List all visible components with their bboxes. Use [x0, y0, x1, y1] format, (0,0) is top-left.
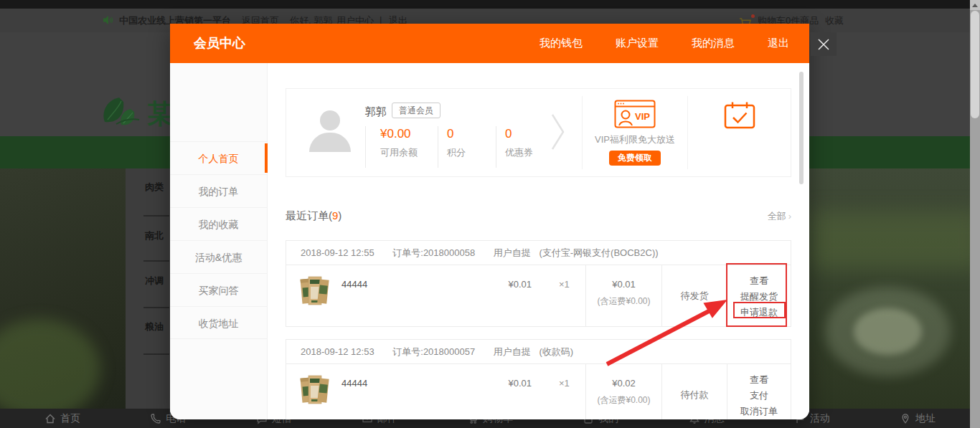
calendar-check-icon[interactable] [724, 101, 755, 130]
checkin-section [688, 89, 791, 176]
view-order-link[interactable]: 查看 [727, 273, 791, 289]
product-name[interactable]: 44444 [341, 279, 367, 290]
free-claim-button[interactable]: 免费领取 [609, 151, 661, 166]
order-total: ¥0.02 [586, 378, 661, 389]
order-status: 待付款 [661, 364, 727, 419]
modal-nav: 我的钱包 账户设置 我的消息 退出 [540, 24, 789, 63]
stat-balance[interactable]: ¥0.00 可用余额 [365, 126, 438, 168]
nav-my-messages[interactable]: 我的消息 [692, 37, 735, 50]
order-number: 订单号:2018000058 [392, 247, 475, 258]
recent-title-text: 最近订单 [286, 209, 329, 222]
recent-orders-header: 最近订单(9) 全部› [286, 209, 791, 223]
order-header: 2018-09-12 12:53 订单号:2018000057 用户自提 (收款… [286, 340, 791, 364]
stat-value: 0 [447, 127, 496, 141]
category-item[interactable]: 肉类 [145, 181, 164, 194]
order-delivery: 用户自提 [494, 346, 531, 357]
cart-badge-dot [751, 14, 755, 18]
sidebar-item-my-favorites[interactable]: 我的收藏 [170, 207, 267, 240]
profile-stats: ¥0.00 可用余额 0 积分 0 优惠券 [365, 126, 564, 168]
vip-section: VIP VIP福利限免大放送 免费领取 [583, 89, 687, 176]
modal-header: 会员中心 我的钱包 账户设置 我的消息 退出 [170, 24, 809, 63]
order-datetime: 2018-09-12 12:55 [301, 247, 374, 258]
page-scrollbar-thumb[interactable] [971, 11, 979, 118]
sidebar-item-buyer-qa[interactable]: 买家问答 [170, 273, 267, 306]
stat-value: ¥0.00 [380, 127, 438, 141]
order-card: 2018-09-12 12:55 订单号:2018000058 用户自提 (支付… [286, 240, 791, 327]
order-datetime: 2018-09-12 12:53 [301, 346, 374, 357]
category-divider [143, 215, 169, 217]
product-name[interactable]: 44444 [341, 378, 367, 389]
request-refund-link[interactable]: 申请退款 [727, 305, 791, 320]
nav-logout[interactable]: 退出 [768, 37, 789, 50]
category-divider [143, 353, 169, 355]
screen: 中国农业线上营销第一平台 返回首页 你好, 郭郭 用户中心 | 退出 购物车0件… [0, 0, 980, 428]
order-card: 2018-09-12 12:53 订单号:2018000057 用户自提 (收款… [286, 339, 791, 419]
phone-icon [150, 413, 161, 424]
tea-plant-blob [0, 319, 100, 419]
close-icon [816, 37, 831, 52]
member-level-badge: 普通会员 [392, 103, 440, 118]
category-item[interactable]: 冲调 [145, 275, 164, 287]
stat-points[interactable]: 0 积分 [438, 126, 496, 168]
footer-item-home[interactable]: 首页 [44, 412, 80, 425]
order-total-cell: ¥0.02 (含运费¥0.00) [585, 364, 661, 419]
avatar [308, 109, 352, 153]
sidebar-item-activities-offers[interactable]: 活动&优惠 [170, 240, 267, 273]
order-header: 2018-09-12 12:55 订单号:2018000058 用户自提 (支付… [286, 241, 791, 265]
quantity: ×1 [559, 378, 570, 389]
recent-orders-title: 最近订单(9) [286, 209, 341, 223]
profile-chevron-right-icon[interactable] [550, 112, 566, 155]
nav-account-settings[interactable]: 账户设置 [616, 37, 659, 50]
view-all-link[interactable]: 全部› [768, 210, 791, 223]
background-image-right [809, 168, 980, 428]
leaf-logo-icon [98, 94, 151, 130]
order-total-cell: ¥0.01 (含运费¥0.00) [585, 265, 661, 326]
category-menu: 肉类 南北 冲调 粮油 [126, 168, 170, 409]
category-divider [143, 260, 169, 262]
category-item[interactable]: 南北 [145, 229, 164, 242]
scroll-up-arrow-icon[interactable] [970, 0, 980, 10]
sidebar-list: 个人首页 我的订单 我的收藏 活动&优惠 买家问答 收货地址 [170, 141, 267, 339]
member-center-modal: 会员中心 我的钱包 账户设置 我的消息 退出 个人首页 我的订单 我的收藏 活动… [170, 24, 809, 419]
footer-item-label: 活动 [810, 412, 830, 425]
speaker-icon [103, 15, 113, 25]
home-icon [44, 413, 56, 424]
teapot-highlight [854, 308, 922, 355]
modal-sidebar: 个人首页 我的订单 我的收藏 活动&优惠 买家问答 收货地址 [170, 63, 268, 419]
tea-leaves-blob [809, 211, 980, 269]
stat-label: 积分 [447, 146, 496, 159]
view-order-link[interactable]: 查看 [727, 372, 791, 388]
quantity: ×1 [559, 279, 570, 290]
category-item[interactable]: 粮油 [145, 320, 164, 333]
order-actions-cell: 查看 支付 取消订单 [727, 364, 791, 419]
order-body: 44444 ¥0.01 ×1 ¥0.01 (含运费¥0.00) 待发货 查看 提… [286, 265, 791, 326]
sidebar-item-personal-home[interactable]: 个人首页 [170, 141, 267, 174]
nav-my-wallet[interactable]: 我的钱包 [540, 37, 583, 50]
product-thumbnail[interactable] [298, 273, 331, 306]
favorites-link[interactable]: 收藏 [825, 14, 844, 27]
sidebar-item-shipping-address[interactable]: 收货地址 [170, 306, 267, 339]
footer-item-label: 首页 [60, 412, 80, 425]
pin-icon [900, 413, 911, 424]
chevron-right-icon: › [788, 211, 791, 222]
sidebar-item-my-orders[interactable]: 我的订单 [170, 174, 267, 207]
order-payment: (支付宝-网银支付(BOCB2C)) [539, 247, 658, 258]
footer-item-address[interactable]: 地址 [900, 412, 936, 425]
order-number: 订单号:2018000057 [392, 346, 475, 357]
product-thumbnail[interactable] [298, 372, 331, 405]
order-body: 44444 ¥0.01 ×1 ¥0.02 (含运费¥0.00) 待付款 查看 支… [286, 364, 791, 419]
modal-main: 郭郭 普通会员 ¥0.00 可用余额 0 积分 0 优惠券 [268, 63, 809, 419]
top-dark-strip [0, 0, 980, 9]
order-status: 待发货 [661, 265, 727, 326]
modal-scrollbar-thumb[interactable] [799, 72, 804, 184]
page-scrollbar[interactable] [970, 0, 980, 428]
shipping-note: (含运费¥0.00) [586, 295, 661, 308]
modal-close-button[interactable] [811, 32, 837, 56]
cancel-order-link[interactable]: 取消订单 [727, 404, 791, 419]
stat-label: 可用余额 [380, 146, 438, 159]
pay-order-link[interactable]: 支付 [727, 388, 791, 404]
paren: ) [338, 209, 341, 222]
remind-shipment-link[interactable]: 提醒发货 [727, 289, 791, 305]
background-image-left [0, 168, 126, 428]
category-divider [143, 307, 169, 308]
